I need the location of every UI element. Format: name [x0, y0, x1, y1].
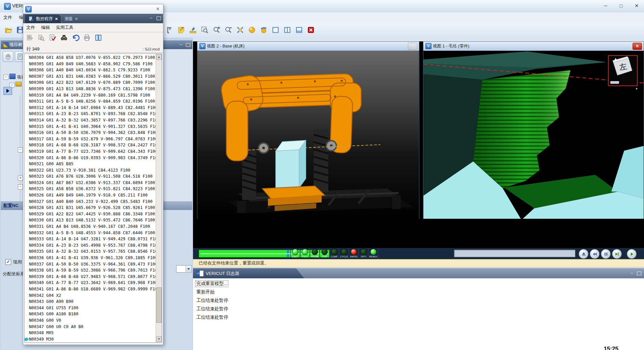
- menu-item[interactable]: 文件: [23, 23, 38, 32]
- nc-code-line[interactable]: N00307 G01 A31 B31 U46.0383 V-866.529 C8…: [25, 73, 156, 80]
- nc-code-line[interactable]: N00304 G01 A58 B58 U37.0076 V-855.822 C7…: [25, 55, 156, 61]
- nc-code-line[interactable]: N00326 G01 A49 B49 U40.1979 V-918.9 C85.…: [25, 192, 156, 199]
- led-cycle[interactable]: CYCLE: [339, 248, 349, 259]
- nc-code-line[interactable]: N00321 G00 A85 B85: [25, 161, 156, 167]
- nc-code-line[interactable]: N00309 G01 A13 B13 U48.8836 V-875.473 C8…: [25, 86, 156, 92]
- scroll-up-icon[interactable]: ▲: [156, 54, 162, 60]
- nc-code-line[interactable]: N00330 G01 A13 B13 U48.5132 V-935.472 C8…: [25, 217, 156, 223]
- log-float-icon[interactable]: [637, 272, 641, 275]
- nc-code-line[interactable]: N00324 G01 A67 B67 U32.6386 V-913.337 C8…: [25, 180, 156, 186]
- nc-code-line[interactable]: N00345 G00 A180 B180: [25, 311, 156, 317]
- layout-single-icon[interactable]: [270, 25, 281, 35]
- tree-expander[interactable]: +: [18, 176, 23, 181]
- close-button[interactable]: ✕: [631, 2, 642, 10]
- nc-code-line[interactable]: N00341 G01 A-86 B-86 U18.6689 V-969.982 …: [25, 286, 156, 292]
- nc-code-line[interactable]: N00336 G01 A-41 B-41 U39.936 V-961.326 C…: [25, 255, 156, 261]
- rewind-button[interactable]: [590, 249, 600, 259]
- nc-code-line[interactable]: N00333 G01 A-14 B-14 U47.3281 V-949.429 …: [25, 236, 156, 242]
- nc-code-line[interactable]: N00335 G01 A-32 B-32 U43.0153 V-957.765 …: [25, 248, 156, 255]
- machine-3d-render[interactable]: [197, 51, 419, 219]
- mouse-mode-button[interactable]: [3, 51, 13, 62]
- nc-program-window[interactable]: V ✕ ─ 数控程序✕测量✕ 文件编辑实用工具 行 349 : SJJ.mcd …: [23, 4, 163, 345]
- maximize-button[interactable]: □: [616, 2, 626, 10]
- nc-minimize-icon[interactable]: ─: [149, 16, 153, 20]
- report-note-icon[interactable]: [176, 25, 186, 35]
- view-1-part[interactable]: V 视图 1 - 毛坯 (零件) ✕: [423, 41, 644, 219]
- tab-close-icon[interactable]: ✕: [55, 17, 58, 21]
- nc-code-line[interactable]: N00320 G01 A-86 B-86 U19.0393 V-909.983 …: [25, 155, 156, 161]
- nc-code-line[interactable]: N00313 G01 A-23 B-23 U45.8701 V-893.768 …: [25, 111, 156, 117]
- nc-code-line[interactable]: N00344 G01 U755 F100: [25, 305, 156, 311]
- minimize-button[interactable]: ─: [600, 2, 611, 10]
- nc-code-line[interactable]: N00325 G01 A58 B58 U36.6372 V-915.821 C8…: [25, 186, 156, 192]
- layout-two-pane-icon[interactable]: [282, 25, 292, 35]
- menu-item[interactable]: 实用工具: [53, 23, 76, 32]
- nc-code-line[interactable]: N00311 G01 A-5 B-5 U48.8256 V-884.859 C8…: [25, 98, 156, 105]
- play-button[interactable]: [627, 249, 637, 259]
- nc-code-line[interactable]: N00337 G01 A-50 B-50 U36.3375 V-964.361 …: [25, 261, 156, 268]
- menu-item[interactable]: 文件: [0, 12, 15, 23]
- nc-float-icon[interactable]: [157, 16, 161, 20]
- coord-system-select[interactable]: [176, 265, 192, 273]
- layout-split-icon[interactable]: [294, 25, 304, 35]
- view-2-machine[interactable]: V 视图 2 - Base (机床) ✕: [197, 41, 419, 219]
- nc-code-line[interactable]: N00315 G01 A-41 B-41 U40.3064 V-901.327 …: [25, 124, 156, 130]
- nc-code-panel[interactable]: N00304 G01 A58 B58 U37.0076 V-855.822 C7…: [24, 54, 162, 343]
- nc-code-line[interactable]: N00334 G01 A-23 B-23 U45.4998 V-953.767 …: [25, 242, 156, 249]
- zoom-window-icon[interactable]: [200, 25, 210, 35]
- tree-expander[interactable]: −: [18, 147, 23, 152]
- nc-code-line[interactable]: N00312 G01 A-14 B-14 U47.6984 V-889.43 C…: [25, 105, 156, 111]
- nc-check-icon[interactable]: [47, 33, 58, 43]
- nc-code-line[interactable]: N00339 G01 A-68 B-68 U27.9483 V-968.571 …: [25, 274, 156, 280]
- current-node-marker[interactable]: [3, 87, 12, 95]
- print-icon[interactable]: [82, 33, 92, 43]
- panel-minimize-icon[interactable]: ─: [179, 42, 183, 47]
- nc-code-line[interactable]: N00332 G01 A-5 B-5 U48.4553 V-944.858 C8…: [25, 230, 156, 236]
- tab-数控程序[interactable]: 数控程序✕: [25, 14, 61, 23]
- tree-machine-node[interactable]: [15, 82, 23, 87]
- log-titlebar[interactable]: LOG VERICUT 日志器 ─: [193, 268, 644, 278]
- nc-search-icon[interactable]: [36, 33, 46, 43]
- nc-code-line[interactable]: N00340 G01 A-77 B-77 U23.3642 V-969.641 …: [25, 280, 156, 286]
- nc-window-close-icon[interactable]: ✕: [156, 6, 160, 11]
- tree-expander[interactable]: −: [18, 184, 23, 189]
- nc-code-line[interactable]: N00347 G00 U0 C0 A0 B0: [25, 324, 156, 330]
- nc-code-line[interactable]: N00331 G01 A4 B4 U48.8536 V-940.167 C87.…: [25, 223, 156, 230]
- orientation-cube[interactable]: 左: [608, 55, 638, 86]
- log-entry[interactable]: 工位结束处暂停: [196, 298, 229, 304]
- nc-code-line[interactable]: N00308 G01 A22 B22 U47.8129 V-870.889 C8…: [25, 79, 156, 86]
- led-opti[interactable]: OPTI: [359, 248, 368, 259]
- led-sub[interactable]: SUB: [320, 248, 329, 259]
- nc-code-line[interactable]: N00317 G01 A-59 B-59 U32.679 V-906.797 C…: [25, 136, 156, 142]
- nc-code-line[interactable]: N00329 G01 A22 B22 U47.4425 V-930.888 C8…: [25, 211, 156, 217]
- log-entry[interactable]: 工位结束处暂停: [196, 306, 229, 312]
- nc-scrollbar[interactable]: ▲ ▼: [156, 54, 162, 342]
- view-2-close-icon[interactable]: ✕: [408, 43, 417, 50]
- nc-code-line[interactable]: N00323 G01 A76 B76 U28.3006 V-911.508 C8…: [25, 173, 156, 180]
- nc-code-line[interactable]: N00322 G01 U23.73 V-910.381 C84.4123 F10…: [25, 167, 156, 174]
- nc-code-line[interactable]: N00305 G01 A49 B49 U40.5683 V-858.902 C7…: [25, 61, 156, 67]
- nc-code-line[interactable]: N00346 G00 V0: [25, 317, 156, 324]
- led-limit[interactable]: LIMIT: [290, 248, 300, 259]
- cube-zoom-bar[interactable]: [610, 81, 619, 84]
- nc-code-line[interactable]: N00319 G01 A-77 B-77 U23.7346 V-909.642 …: [25, 148, 156, 155]
- view-1-close-icon[interactable]: ✕: [633, 43, 642, 50]
- nc-window-titlebar[interactable]: V ✕: [23, 4, 163, 14]
- close-view-icon[interactable]: [306, 25, 316, 35]
- nc-code-line[interactable]: N00314 G01 A-32 B-32 U43.3857 V-897.766 …: [25, 117, 156, 124]
- nc-code-line[interactable]: N00338 G01 A-59 B-59 U32.3086 V-966.796 …: [25, 267, 156, 274]
- split-columns-icon[interactable]: [93, 33, 103, 43]
- scroll-down-icon[interactable]: ▼: [156, 336, 162, 342]
- led-probe[interactable]: PROBE: [310, 248, 320, 259]
- nc-code-line[interactable]: N00327 G01 A40 B40 U43.233 V-922.499 C85…: [25, 199, 156, 205]
- tab-测量[interactable]: 测量✕: [61, 14, 81, 23]
- led-coll[interactable]: COLL: [300, 248, 310, 259]
- pause-button[interactable]: [601, 249, 611, 259]
- fit-view-icon[interactable]: [235, 25, 245, 35]
- play-to-end-button[interactable]: [612, 249, 622, 259]
- nc-code-line[interactable]: N00342 G04 X2: [25, 292, 156, 299]
- open-project-icon[interactable]: [3, 25, 13, 35]
- scroll-thumb[interactable]: [156, 287, 162, 323]
- nc-code-line[interactable]: N00328 G01 A31 B31 U45.6679 V-926.528 C8…: [25, 205, 156, 211]
- shaded-sphere-icon[interactable]: [247, 25, 257, 35]
